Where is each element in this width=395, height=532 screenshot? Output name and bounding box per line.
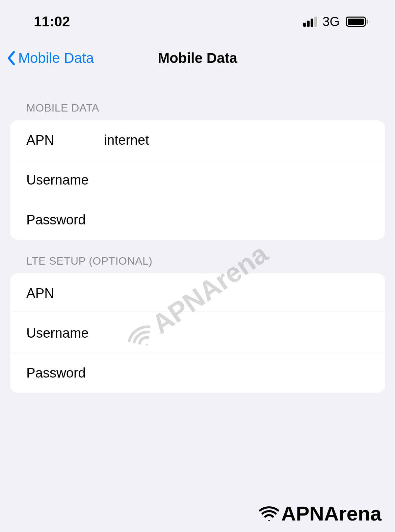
status-bar: 11:02 3G xyxy=(0,0,395,37)
back-label: Mobile Data xyxy=(18,50,94,66)
signal-icon xyxy=(303,17,317,27)
password-label: Password xyxy=(26,212,104,227)
wifi-icon xyxy=(259,506,279,521)
navigation-bar: Mobile Data Mobile Data xyxy=(0,37,395,87)
username-input[interactable] xyxy=(104,172,369,188)
row-lte-apn[interactable]: APN xyxy=(10,273,385,313)
lte-username-input[interactable] xyxy=(104,325,369,341)
row-mobile-data-apn[interactable]: APN xyxy=(10,120,385,160)
network-type: 3G xyxy=(322,15,340,29)
section-header-lte: LTE SETUP (OPTIONAL) xyxy=(0,255,395,273)
battery-icon xyxy=(346,17,368,27)
row-mobile-data-password[interactable]: Password xyxy=(10,200,385,240)
chevron-left-icon xyxy=(7,51,16,66)
lte-password-label: Password xyxy=(26,365,104,381)
section-header-mobile-data: MOBILE DATA xyxy=(0,102,395,120)
password-input[interactable] xyxy=(104,212,369,227)
section-mobile-data: MOBILE DATA APN Username Password xyxy=(0,102,395,240)
lte-username-label: Username xyxy=(26,325,104,341)
lte-setup-group: APN Username Password xyxy=(10,273,385,393)
apn-input[interactable] xyxy=(104,132,369,148)
section-lte-setup: LTE SETUP (OPTIONAL) APN Username Passwo… xyxy=(0,255,395,393)
username-label: Username xyxy=(26,172,104,188)
row-lte-username[interactable]: Username xyxy=(10,313,385,353)
watermark-bottom: APNArena xyxy=(259,502,381,525)
back-button[interactable]: Mobile Data xyxy=(7,50,94,66)
mobile-data-group: APN Username Password xyxy=(10,120,385,240)
page-title: Mobile Data xyxy=(158,50,237,66)
apn-label: APN xyxy=(26,132,104,148)
status-time: 11:02 xyxy=(34,14,70,30)
lte-password-input[interactable] xyxy=(104,365,369,381)
row-lte-password[interactable]: Password xyxy=(10,353,385,393)
watermark-bottom-text: APNArena xyxy=(281,502,381,525)
lte-apn-input[interactable] xyxy=(104,286,369,301)
status-indicators: 3G xyxy=(303,15,368,29)
lte-apn-label: APN xyxy=(26,286,104,301)
row-mobile-data-username[interactable]: Username xyxy=(10,160,385,200)
